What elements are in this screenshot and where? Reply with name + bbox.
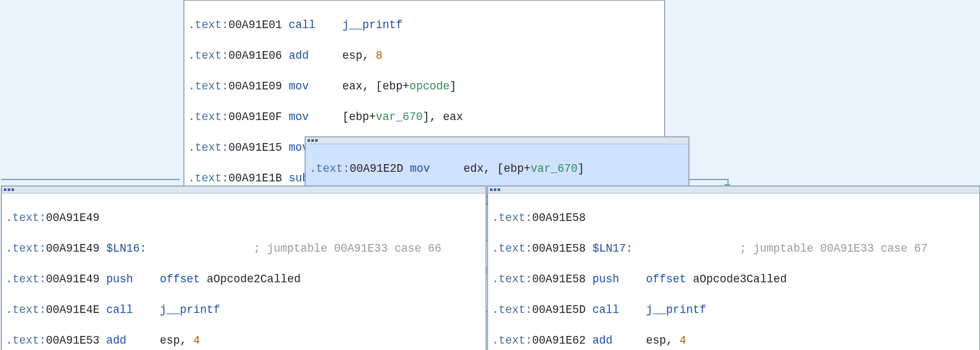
window-icon xyxy=(315,139,318,142)
block-titlebar[interactable] xyxy=(2,186,486,194)
block-titlebar[interactable] xyxy=(306,137,688,144)
window-icon xyxy=(4,188,6,191)
block-body: .text:00A91E49 .text:00A91E49 $LN16: ; j… xyxy=(2,194,486,350)
basic-block-case66[interactable]: .text:00A91E49 .text:00A91E49 $LN16: ; j… xyxy=(1,186,486,350)
window-icon xyxy=(308,139,310,142)
block-titlebar[interactable] xyxy=(488,186,979,194)
block-body: .text:00A91E58 .text:00A91E58 $LN17: ; j… xyxy=(488,194,979,350)
window-icon xyxy=(8,188,10,191)
window-icon xyxy=(11,188,14,191)
graph-canvas[interactable]: .text:00A91E01 call j__printf .text:00A9… xyxy=(0,0,980,350)
window-icon xyxy=(311,139,314,142)
window-icon xyxy=(494,188,496,191)
basic-block-case67[interactable]: .text:00A91E58 .text:00A91E58 $LN17: ; j… xyxy=(487,186,980,350)
window-icon xyxy=(498,188,500,191)
edge xyxy=(1,179,180,180)
window-icon xyxy=(490,188,493,191)
